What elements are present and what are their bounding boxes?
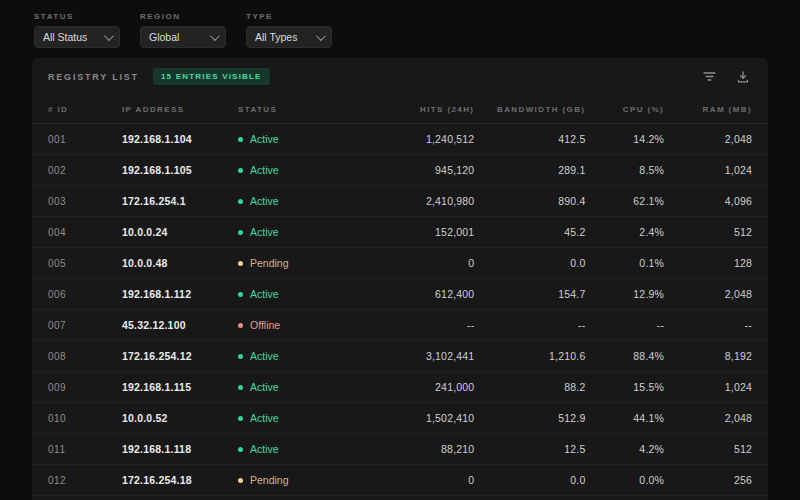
cell-id: 007: [48, 320, 122, 331]
cell-hits: 0: [368, 474, 474, 486]
cell-ip: 192.168.1.104: [122, 133, 238, 145]
cell-bandwidth: 0.0: [474, 257, 585, 269]
table-row[interactable]: 01010.0.0.52Active1,502,410512.944.1%2,0…: [32, 403, 768, 434]
cell-id: 003: [48, 196, 122, 207]
cell-ip: 192.168.1.112: [122, 288, 238, 300]
col-header-id: # ID: [48, 105, 122, 114]
status-label: Active: [250, 381, 279, 393]
cell-ram: 8,192: [664, 350, 752, 362]
cell-id: 010: [48, 413, 122, 424]
cell-hits: 88,210: [368, 443, 474, 455]
filter-lines-icon[interactable]: [700, 68, 718, 86]
table-row[interactable]: 006192.168.1.112Active612,400154.712.9%2…: [32, 279, 768, 310]
status-badge: Active: [238, 195, 368, 207]
col-header-ip: IP Address: [122, 105, 238, 114]
cell-hits: 0: [368, 257, 474, 269]
table-header-row: # ID IP Address Status Hits (24h) Bandwi…: [32, 95, 768, 124]
status-dot-icon: [238, 261, 243, 266]
cell-ip: 172.16.254.12: [122, 350, 238, 362]
status-label: Active: [250, 164, 279, 176]
table-row[interactable]: 003172.16.254.1Active2,410,980890.462.1%…: [32, 186, 768, 217]
cell-bandwidth: --: [474, 319, 585, 331]
cell-bandwidth: 289.1: [474, 164, 585, 176]
cell-ip: 192.168.1.115: [122, 381, 238, 393]
status-filter-label: Status: [34, 12, 120, 21]
cell-cpu: 44.1%: [585, 412, 664, 424]
cell-hits: 1,240,512: [368, 133, 474, 145]
status-dot-icon: [238, 199, 243, 204]
cell-cpu: 0.1%: [585, 257, 664, 269]
cell-ip: 45.32.12.100: [122, 319, 238, 331]
cell-bandwidth: 412.5: [474, 133, 585, 145]
cell-bandwidth: 45.2: [474, 226, 585, 238]
filter-group-type: Type All Types: [246, 12, 332, 48]
cell-bandwidth: 88.2: [474, 381, 585, 393]
cell-ip: 10.0.0.24: [122, 226, 238, 238]
status-label: Active: [250, 133, 279, 145]
status-badge: Active: [238, 381, 368, 393]
cell-ip: 172.16.254.1: [122, 195, 238, 207]
cell-ram: 128: [664, 257, 752, 269]
col-header-hits: Hits (24h): [368, 105, 474, 114]
cell-bandwidth: 890.4: [474, 195, 585, 207]
cell-ram: 2,048: [664, 412, 752, 424]
cell-hits: 3,102,441: [368, 350, 474, 362]
table-row[interactable]: 008172.16.254.12Active3,102,4411,210.688…: [32, 341, 768, 372]
cell-ip: 192.168.1.105: [122, 164, 238, 176]
table-row[interactable]: 00745.32.12.100Offline--------: [32, 310, 768, 341]
col-header-cpu: CPU (%): [585, 105, 664, 114]
status-dot-icon: [238, 323, 243, 328]
table-row[interactable]: 00510.0.0.48Pending00.00.1%128: [32, 248, 768, 279]
status-dot-icon: [238, 292, 243, 297]
registry-title: Registry List: [48, 72, 139, 82]
cell-hits: 945,120: [368, 164, 474, 176]
cell-id: 004: [48, 227, 122, 238]
table-row[interactable]: 011192.168.1.118Active88,21012.54.2%512: [32, 434, 768, 465]
card-header-icons: [700, 68, 752, 86]
cell-cpu: 0.0%: [585, 474, 664, 486]
status-label: Offline: [250, 319, 280, 331]
cell-cpu: 14.2%: [585, 133, 664, 145]
cell-id: 006: [48, 289, 122, 300]
status-badge: Active: [238, 133, 368, 145]
cell-id: 009: [48, 382, 122, 393]
col-header-ram: RAM (MB): [664, 105, 752, 114]
col-header-status: Status: [238, 105, 368, 114]
table-row[interactable]: 012172.16.254.18Pending00.00.0%256: [32, 465, 768, 496]
cell-ram: 256: [664, 474, 752, 486]
status-dot-icon: [238, 230, 243, 235]
table-row[interactable]: 009192.168.1.115Active241,00088.215.5%1,…: [32, 372, 768, 403]
status-badge: Active: [238, 164, 368, 176]
filter-group-region: Region Global: [140, 12, 226, 48]
cell-id: 002: [48, 165, 122, 176]
cell-bandwidth: 0.0: [474, 474, 585, 486]
status-filter-select[interactable]: All Status: [34, 26, 120, 48]
type-filter-value: All Types: [255, 31, 297, 43]
status-filter-value: All Status: [43, 31, 87, 43]
cell-cpu: 8.5%: [585, 164, 664, 176]
table-row[interactable]: 00410.0.0.24Active152,00145.22.4%512: [32, 217, 768, 248]
table-row[interactable]: 002192.168.1.105Active945,120289.18.5%1,…: [32, 155, 768, 186]
status-dot-icon: [238, 168, 243, 173]
status-label: Active: [250, 288, 279, 300]
cell-id: 008: [48, 351, 122, 362]
cell-ip: 10.0.0.52: [122, 412, 238, 424]
cell-id: 001: [48, 134, 122, 145]
filter-bar: Status All Status Region Global Type All…: [34, 12, 332, 48]
cell-bandwidth: 1,210.6: [474, 350, 585, 362]
cell-hits: 152,001: [368, 226, 474, 238]
cell-cpu: 2.4%: [585, 226, 664, 238]
region-filter-select[interactable]: Global: [140, 26, 226, 48]
table-row[interactable]: 001192.168.1.104Active1,240,512412.514.2…: [32, 124, 768, 155]
download-icon[interactable]: [734, 68, 752, 86]
filter-group-status: Status All Status: [34, 12, 120, 48]
cell-ram: 2,048: [664, 133, 752, 145]
cell-ram: 512: [664, 443, 752, 455]
cell-ip: 192.168.1.118: [122, 443, 238, 455]
cell-ip: 10.0.0.48: [122, 257, 238, 269]
cell-bandwidth: 512.9: [474, 412, 585, 424]
type-filter-select[interactable]: All Types: [246, 26, 332, 48]
status-label: Pending: [250, 474, 289, 486]
cell-cpu: 15.5%: [585, 381, 664, 393]
cell-id: 005: [48, 258, 122, 269]
